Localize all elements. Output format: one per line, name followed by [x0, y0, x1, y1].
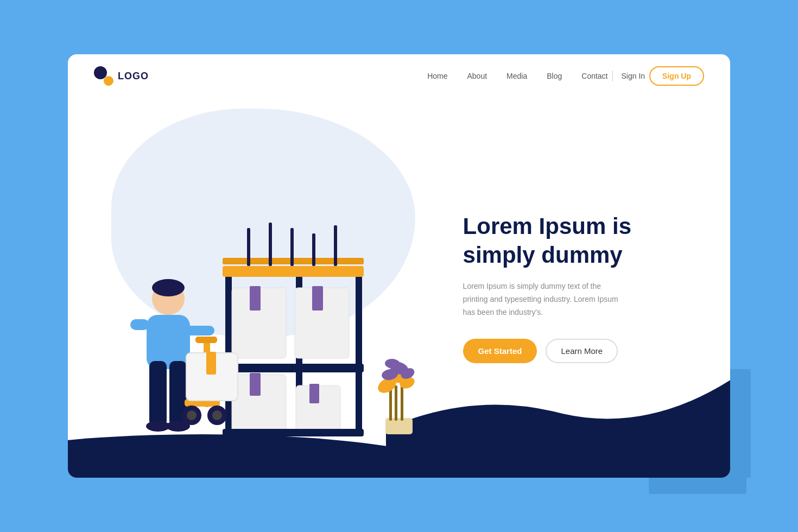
hero-illustration: [68, 98, 452, 478]
get-started-button[interactable]: Get Started: [463, 339, 537, 363]
logo-circle-orange: [104, 76, 113, 86]
hero-buttons: Get Started Learn More: [463, 339, 698, 363]
signup-button[interactable]: Sign Up: [649, 66, 704, 86]
svg-point-37: [187, 410, 197, 420]
svg-rect-6: [269, 223, 272, 266]
nav-item-about[interactable]: About: [467, 71, 487, 81]
navbar: LOGO Home About Media Blog Contact Sign …: [68, 54, 730, 98]
svg-rect-41: [206, 352, 216, 375]
hero-title: Lorem Ipsum is simply dummy: [463, 212, 698, 269]
svg-rect-28: [182, 326, 214, 335]
logo-area: LOGO: [94, 66, 149, 86]
svg-rect-34: [195, 337, 217, 343]
nav-item-contact[interactable]: Contact: [581, 71, 607, 81]
svg-rect-23: [223, 429, 364, 436]
svg-rect-7: [290, 228, 294, 266]
svg-rect-27: [130, 319, 149, 330]
hero-right-content: Lorem Ipsum is simply dummy Lorem Ipsum …: [452, 98, 730, 478]
nav-links: Home About Media Blog Contact: [427, 71, 607, 81]
hero-description: Lorem Ipsum is simply dummy text of the …: [463, 280, 626, 319]
nav-item-blog[interactable]: Blog: [547, 71, 562, 81]
learn-more-button[interactable]: Learn More: [546, 339, 618, 363]
svg-rect-9: [334, 225, 337, 266]
svg-rect-5: [247, 228, 250, 266]
nav-item-media[interactable]: Media: [506, 71, 527, 81]
hero-section: Lorem Ipsum is simply dummy Lorem Ipsum …: [68, 98, 730, 478]
logo-text: LOGO: [118, 71, 149, 82]
svg-rect-26: [147, 315, 190, 369]
svg-rect-45: [389, 388, 392, 421]
svg-rect-3: [223, 266, 364, 277]
svg-rect-10: [223, 364, 364, 372]
main-card: LOGO Home About Media Blog Contact Sign …: [68, 54, 730, 478]
outer-frame: LOGO Home About Media Blog Contact Sign …: [57, 43, 741, 489]
svg-rect-43: [395, 385, 397, 421]
svg-rect-8: [312, 233, 315, 266]
svg-rect-2: [356, 271, 362, 434]
svg-rect-42: [385, 418, 413, 434]
svg-rect-29: [149, 361, 167, 426]
nav-item-home[interactable]: Home: [427, 71, 447, 81]
warehouse-svg: [84, 174, 432, 478]
nav-divider: [612, 71, 613, 81]
svg-point-25: [152, 279, 185, 296]
signin-button[interactable]: Sign In: [617, 72, 650, 80]
svg-point-39: [212, 410, 222, 420]
logo-icon: [94, 66, 113, 86]
